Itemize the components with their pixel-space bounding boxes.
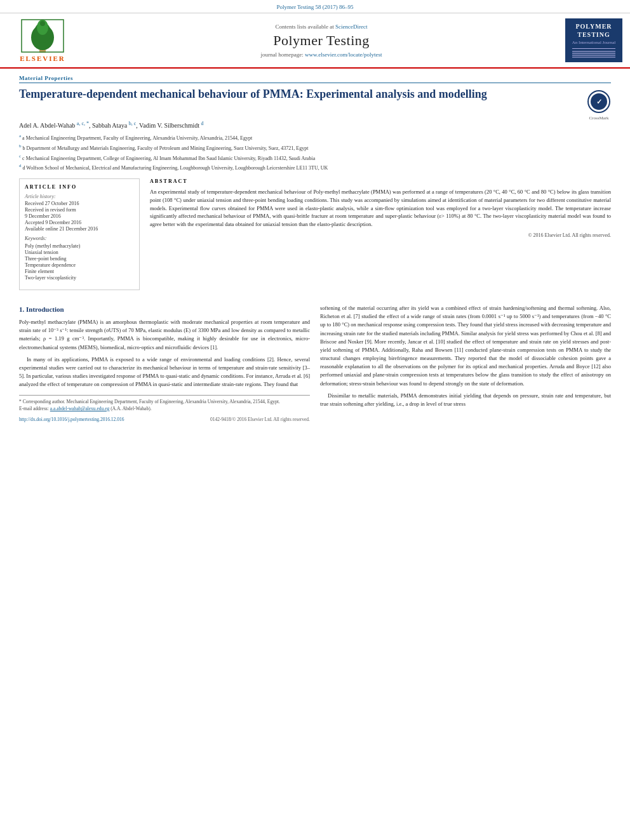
affiliation-b: b b Department of Metallurgy and Materia… xyxy=(19,143,611,152)
main-col-left: 1. Introduction Poly-methyl methacrylate… xyxy=(19,304,310,423)
keywords-title: Keywords: xyxy=(25,236,134,241)
crossmark-icon: ✓ xyxy=(587,90,611,114)
sciencedirect-link: Contents lists available at ScienceDirec… xyxy=(276,23,368,30)
sciencedirect-anchor[interactable]: ScienceDirect xyxy=(335,23,367,30)
history-label: Article history: xyxy=(25,194,134,199)
keyword-6: Two-layer viscoplasticity xyxy=(25,275,134,281)
authors-line: Adel A. Abdel-Wahab a, c, *, Sabbah Atay… xyxy=(19,121,611,129)
elsevier-tree-icon xyxy=(20,18,65,53)
elsevier-logo-area: ELSEVIER xyxy=(8,18,77,62)
crossmark-label: CrossMark xyxy=(587,116,611,121)
keywords-group: Keywords: Poly (methyl methacrylate) Uni… xyxy=(25,236,134,281)
date-online: Available online 21 December 2016 xyxy=(25,226,134,232)
issn-text: 0142-9418/© 2016 Elsevier Ltd. All right… xyxy=(210,416,310,423)
email-line: E-mail address: a.a.abdel-wahab@alexu.ed… xyxy=(19,406,310,413)
journal-homepage: journal homepage: www.elsevier.com/locat… xyxy=(261,51,382,58)
affiliation-d: d d Wolfson School of Mechanical, Electr… xyxy=(19,163,611,172)
svg-text:✓: ✓ xyxy=(596,98,602,105)
elsevier-text: ELSEVIER xyxy=(20,55,65,62)
footer-links: http://dx.doi.org/10.1016/j.polymertesti… xyxy=(19,416,310,423)
main-body-cols: 1. Introduction Poly-methyl methacrylate… xyxy=(19,304,611,423)
intro-para-1: Poly-methyl methacrylate (PMMA) is an am… xyxy=(19,318,310,352)
right-para-1: softening of the material occurring afte… xyxy=(320,304,611,388)
badge-line1: POLYMER TESTING xyxy=(572,22,615,39)
article-info-col: ARTICLE INFO Article history: Received 2… xyxy=(19,178,140,295)
article-content: Material Properties Temperature-dependen… xyxy=(0,69,630,430)
keyword-2: Uniaxial tension xyxy=(25,250,134,255)
keyword-5: Finite element xyxy=(25,269,134,274)
abstract-text: An experimental study of temperature-dep… xyxy=(150,188,611,229)
keyword-1: Poly (methyl methacrylate) xyxy=(25,243,134,249)
article-info-abstract-cols: ARTICLE INFO Article history: Received 2… xyxy=(19,178,611,295)
keyword-3: Three-point bending xyxy=(25,256,134,262)
journal-header-center: Contents lists available at ScienceDirec… xyxy=(77,18,565,62)
date-accepted: Accepted 9 December 2016 xyxy=(25,220,134,225)
article-history-group: Article history: Received 27 October 201… xyxy=(25,194,134,232)
footnote: * Corresponding author. Mechanical Engin… xyxy=(19,395,310,412)
affiliations: a a Mechanical Engineering Department, F… xyxy=(19,133,611,172)
journal-header: ELSEVIER Contents lists available at Sci… xyxy=(0,13,630,69)
article-info-header: ARTICLE INFO xyxy=(25,184,134,190)
affiliation-c: c c Mechanical Engineering Department, C… xyxy=(19,153,611,163)
article-title: Temperature-dependent mechanical behavio… xyxy=(19,87,580,102)
page: Polymer Testing 58 (2017) 86–95 ELSEVIER xyxy=(0,0,630,430)
date-revised-label: Received in revised form xyxy=(25,207,134,213)
svg-point-4 xyxy=(40,21,45,26)
journal-badge: POLYMER TESTING An International Journal xyxy=(565,18,622,62)
keyword-4: Temperature dependence xyxy=(25,262,134,268)
affiliation-a: a a Mechanical Engineering Department, F… xyxy=(19,133,611,142)
journal-citation: Polymer Testing 58 (2017) 86–95 xyxy=(276,4,353,10)
email-link[interactable]: a.a.abdel-wahab@alexu.edu.eg xyxy=(50,406,110,411)
elsevier-logo: ELSEVIER xyxy=(20,18,65,62)
journal-url[interactable]: www.elsevier.com/locate/polytest xyxy=(305,51,382,58)
section-label: Material Properties xyxy=(19,75,611,83)
journal-title: Polymer Testing xyxy=(273,32,370,49)
abstract-header: ABSTRACT xyxy=(150,178,611,184)
right-para-2: Dissimilar to metallic materials, PMMA d… xyxy=(320,392,611,408)
date-revised-value: 9 December 2016 xyxy=(25,213,134,219)
footnote-text: * Corresponding author. Mechanical Engin… xyxy=(19,399,310,406)
doi-link[interactable]: http://dx.doi.org/10.1016/j.polymertesti… xyxy=(19,416,124,423)
badge-subtitle: An International Journal xyxy=(572,40,615,46)
date-received: Received 27 October 2016 xyxy=(25,201,134,206)
article-info-box: ARTICLE INFO Article history: Received 2… xyxy=(19,178,140,290)
copyright-text: © 2016 Elsevier Ltd. All rights reserved… xyxy=(150,232,611,238)
top-bar: Polymer Testing 58 (2017) 86–95 xyxy=(0,0,630,13)
main-col-right: softening of the material occurring afte… xyxy=(320,304,611,423)
abstract-col: ABSTRACT An experimental study of temper… xyxy=(150,178,611,295)
intro-section-title: 1. Introduction xyxy=(19,304,310,315)
intro-para-2: In many of its applications, PMMA is exp… xyxy=(19,356,310,389)
crossmark-area: ✓ CrossMark xyxy=(587,90,611,121)
journal-badge-content: POLYMER TESTING An International Journal xyxy=(572,22,615,58)
